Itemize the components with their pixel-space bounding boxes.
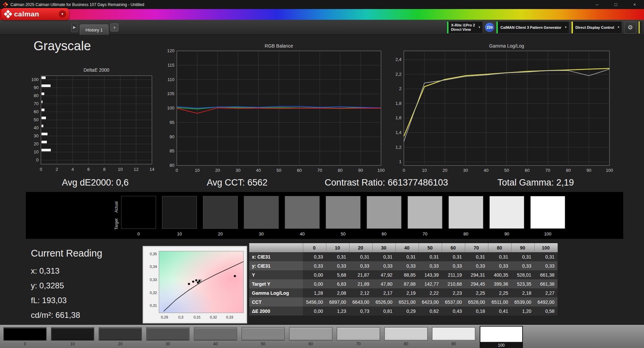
close-button[interactable]: × xyxy=(625,0,644,9)
xtick-label: 10 xyxy=(195,168,200,173)
pattern-swatch xyxy=(194,327,237,341)
swatch-level-label: 40 xyxy=(285,231,320,236)
table-cell: 1,28 xyxy=(303,288,326,297)
ytick-label: 120 xyxy=(167,49,174,53)
minimize-button[interactable]: – xyxy=(588,0,606,9)
ytick-label: 105 xyxy=(167,91,174,96)
pattern-level-button[interactable]: 30 xyxy=(146,327,190,346)
meter-dropdown[interactable]: X-Rite i1Pro 2 Direct View ▼ xyxy=(447,21,483,33)
table-cell: 6537,00 xyxy=(442,297,465,306)
pattern-level-button[interactable]: 50 xyxy=(241,327,285,346)
cie-chart: 0,290,30,310,320,330,350,340,330,320,31 xyxy=(143,246,247,323)
pattern-swatch xyxy=(289,327,332,341)
pattern-swatch xyxy=(51,327,94,341)
table-row-label: Y xyxy=(249,270,303,279)
pattern-generator-dropdown[interactable]: CalMAN Client 3 Pattern Generator ▼ xyxy=(496,21,569,33)
chevron-down-icon: ▼ xyxy=(565,26,567,29)
pattern-level-button[interactable]: 10 xyxy=(51,327,94,346)
pattern-level-button[interactable]: 20 xyxy=(99,327,142,346)
ytick-label: 1,2 xyxy=(395,145,401,150)
side-panel-toggle[interactable] xyxy=(639,21,643,33)
grayscale-swatch: 70 xyxy=(408,196,442,236)
deltae-ytick-label: 80 xyxy=(34,93,39,98)
swatch-level-label: 100 xyxy=(530,231,565,236)
table-cell: 0,31 xyxy=(442,252,465,261)
cie-ytick-label: 0,32 xyxy=(150,291,157,295)
tab-history-1[interactable]: History 1 xyxy=(80,24,108,35)
pattern-generator-label: CalMAN Client 3 Pattern Generator xyxy=(500,25,561,29)
xtick-label: 80 xyxy=(338,168,342,173)
pattern-swatch xyxy=(241,327,285,341)
pattern-level-button[interactable]: 60 xyxy=(289,327,332,346)
table-col-header: 10 xyxy=(326,243,349,252)
table-cell: 0,33 xyxy=(465,261,488,270)
swatch-patch xyxy=(244,196,279,229)
table-cell: 0,31 xyxy=(511,252,534,261)
settings-button[interactable]: ⚙ xyxy=(624,21,636,33)
toolbar: ▶ History 1 + X-Rite i1Pro 2 Direct View… xyxy=(0,20,644,35)
table-row-label: CCT xyxy=(249,297,303,306)
pattern-level-button[interactable]: 100 xyxy=(480,326,523,348)
gamma-chart-title: Gamma Log/Log xyxy=(404,43,609,49)
table-cell: 6,83 xyxy=(326,279,349,288)
deltae-bar xyxy=(41,141,47,144)
table-cell: 0,00 xyxy=(303,306,326,316)
pattern-level-label: 70 xyxy=(337,342,380,346)
deltae-bar xyxy=(41,100,43,103)
title-bar: Calman 2025 Calman Ultimate for Business… xyxy=(0,0,644,9)
swatch-patch xyxy=(408,196,442,229)
display-control-dropdown[interactable]: Direct Display Control ▼ xyxy=(572,21,622,33)
reading-fl: fL: 193,03 xyxy=(31,293,102,308)
maximize-button[interactable]: □ xyxy=(606,0,625,9)
table-cell: 0,00 xyxy=(303,279,326,288)
table-col-header: 20 xyxy=(349,243,372,252)
xtick-label: 0 xyxy=(402,168,405,173)
pattern-level-button[interactable]: 80 xyxy=(384,327,428,346)
chevron-down-icon: ▼ xyxy=(478,26,481,29)
tab-scroll-button[interactable]: ▶ xyxy=(71,23,78,32)
stat-avg-de2000: Avg dE2000: 0,6 xyxy=(62,178,128,188)
deltae-chart-svg: 024681012140102030405060708090100 xyxy=(25,73,159,173)
measurement-point xyxy=(192,281,194,283)
app-logo-icon xyxy=(3,2,8,7)
results-table: 0102030405060708090100x: CIE310,330,310,… xyxy=(249,243,558,316)
table-cell: 0,31 xyxy=(419,252,442,261)
cie-chart-svg: 0,290,30,310,320,330,350,340,330,320,31 xyxy=(144,247,246,322)
table-cell: 2,12 xyxy=(349,288,372,297)
gamma-chart-svg: 11,21,41,61,822,22,401020304050607080901… xyxy=(388,49,614,174)
swatch-patch xyxy=(326,196,361,229)
measurement-point xyxy=(188,283,190,285)
table-cell: 0,31 xyxy=(326,252,349,261)
pattern-swatch xyxy=(384,327,428,341)
right-arrow-icon: ▶ xyxy=(73,25,76,29)
pattern-level-button[interactable]: 70 xyxy=(337,327,380,346)
pattern-level-label: 40 xyxy=(194,342,237,346)
swatch-patch xyxy=(285,196,320,229)
pattern-level-button[interactable]: 40 xyxy=(194,327,237,346)
table-cell: 6528,00 xyxy=(465,297,488,306)
table-col-header: 60 xyxy=(442,243,465,252)
table-cell: 2,27 xyxy=(534,288,557,297)
table-cell: 2,25 xyxy=(465,288,488,297)
brand-menu-arrow[interactable]: ▼ xyxy=(59,10,66,18)
add-page-button[interactable]: + xyxy=(110,23,118,31)
pattern-swatch xyxy=(3,327,47,341)
table-cell: 2,19 xyxy=(395,288,419,297)
current-reading-title: Current Reading xyxy=(31,248,102,259)
deltae-xtick-label: 12 xyxy=(133,167,138,172)
table-cell: 6539,00 xyxy=(511,297,534,306)
table-cell: 0,33 xyxy=(419,261,442,270)
swatch-level-label: 70 xyxy=(408,231,442,236)
pattern-swatch xyxy=(432,327,475,341)
pattern-level-button[interactable]: 90 xyxy=(432,327,475,346)
stat-contrast-ratio: Contrast Ratio: 661377486103 xyxy=(325,178,448,188)
measurement-point xyxy=(234,275,236,277)
calman-menu-button[interactable]: calman ▼ xyxy=(1,8,69,20)
pattern-level-label: 50 xyxy=(241,342,285,346)
pattern-level-button[interactable]: 0 xyxy=(3,327,47,346)
table-cell: 87,88 xyxy=(395,279,419,288)
table-cell: 0,33 xyxy=(395,261,419,270)
ytick-label: 80 xyxy=(170,163,174,168)
measurement-count-badge[interactable]: 239 xyxy=(485,23,494,32)
deltae-xtick-label: 10 xyxy=(118,167,122,172)
